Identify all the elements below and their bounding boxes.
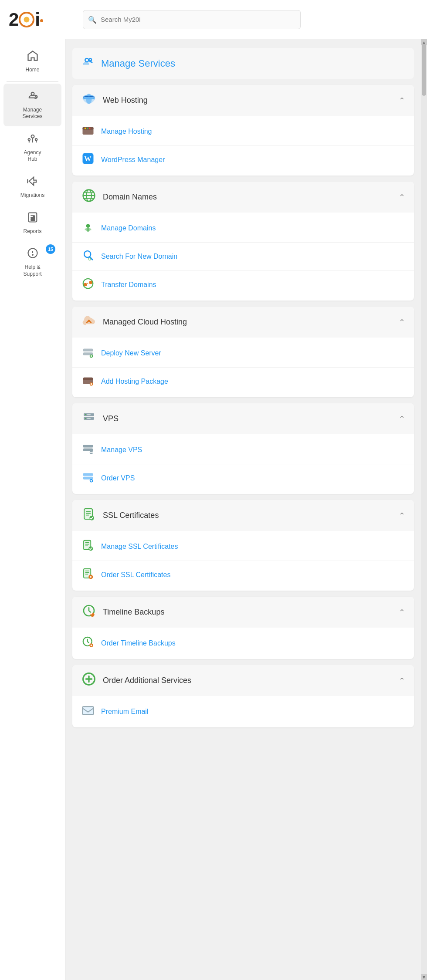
chevron-managed-cloud: ⌃ (399, 318, 405, 327)
sidebar-item-agency-hub-label: AgencyHub (24, 149, 41, 163)
wordpress-icon: W (81, 152, 95, 168)
reports-icon (27, 211, 39, 226)
svg-text:W: W (84, 155, 91, 163)
item-manage-vps-label: Manage VPS (101, 446, 142, 454)
topbar: 2 i 🔍 (0, 0, 427, 39)
item-manage-hosting[interactable]: Manage Hosting (72, 118, 414, 146)
item-manage-vps[interactable]: Manage VPS (72, 436, 414, 464)
search-input[interactable] (83, 10, 301, 29)
svg-rect-51 (87, 414, 91, 416)
svg-rect-58 (83, 476, 93, 479)
manage-domains-icon (81, 220, 95, 236)
section-header-managed-cloud[interactable]: Managed Cloud Hosting ⌃ (72, 307, 414, 338)
help-support-icon (27, 247, 39, 262)
svg-point-20 (85, 128, 86, 129)
sidebar-item-manage-services[interactable]: ManageServices (3, 84, 61, 126)
scroll-arrow-down[interactable]: ▼ (421, 974, 427, 980)
section-header-domain-names[interactable]: Domain Names ⌃ (72, 182, 414, 213)
sidebar-item-agency-hub[interactable]: AgencyHub (0, 126, 65, 169)
section-managed-cloud: Managed Cloud Hosting ⌃ Dep (72, 307, 414, 397)
svg-point-29 (84, 251, 91, 257)
item-manage-ssl[interactable]: Manage SSL Certificates (72, 533, 414, 561)
item-order-timeline[interactable]: Order Timeline Backups (72, 629, 414, 657)
item-transfer-domains-label: Transfer Domains (101, 281, 156, 289)
section-domain-names: Domain Names ⌃ Manage Domains (72, 182, 414, 301)
section-items-managed-cloud: Deploy New Server Add Hosting Package (72, 338, 414, 397)
manage-ssl-icon (81, 539, 95, 554)
svg-point-36 (89, 281, 93, 284)
item-add-hosting-package[interactable]: Add Hosting Package (72, 368, 414, 395)
sidebar-item-reports[interactable]: Reports (0, 205, 65, 241)
section-web-hosting: Web Hosting ⌃ Manage Hostin (72, 85, 414, 176)
svg-rect-11 (33, 216, 35, 220)
section-header-additional[interactable]: Order Additional Services ⌃ (72, 665, 414, 696)
section-header-vps[interactable]: VPS ⌃ (72, 403, 414, 434)
sidebar-item-migrations[interactable]: Migrations (0, 169, 65, 205)
sidebar-item-reports-label: Reports (23, 228, 41, 235)
section-title-web-hosting: Web Hosting (103, 96, 148, 105)
sidebar-item-home[interactable]: Home (0, 44, 65, 80)
migrations-icon (27, 175, 39, 190)
timeline-icon (81, 604, 97, 621)
svg-marker-4 (29, 177, 36, 186)
item-manage-ssl-label: Manage SSL Certificates (101, 543, 178, 551)
section-header-web-hosting[interactable]: Web Hosting ⌃ (72, 85, 414, 116)
item-wordpress-manager[interactable]: W WordPress Manager (72, 146, 414, 174)
section-items-timeline: Order Timeline Backups (72, 628, 414, 659)
scrollbar-thumb[interactable] (422, 44, 426, 96)
item-order-vps-label: Order VPS (101, 474, 135, 482)
section-header-ssl[interactable]: SSL Certificates ⌃ (72, 500, 414, 531)
sidebar-item-help-support[interactable]: 15 Help &Support (0, 241, 65, 284)
chevron-timeline: ⌃ (399, 608, 405, 617)
manage-vps-icon (81, 442, 95, 458)
section-vps: VPS ⌃ Manage VPS (72, 403, 414, 494)
section-header-timeline[interactable]: Timeline Backups ⌃ (72, 597, 414, 628)
svg-point-17 (83, 95, 95, 100)
manage-services-icon (27, 90, 39, 105)
section-title-domain-names: Domain Names (103, 193, 157, 202)
section-additional-services: Order Additional Services ⌃ Premium Emai… (72, 665, 414, 727)
managed-cloud-icon (81, 314, 97, 331)
item-order-vps[interactable]: Order VPS (72, 464, 414, 492)
sidebar-item-migrations-label: Migrations (20, 192, 44, 199)
order-timeline-icon (81, 635, 95, 651)
section-items-vps: Manage VPS Order VPS (72, 434, 414, 494)
section-items-additional: Premium Email (72, 696, 414, 727)
svg-point-0 (31, 92, 34, 95)
section-title-managed-cloud: Managed Cloud Hosting (103, 318, 187, 327)
item-order-timeline-label: Order Timeline Backups (101, 639, 176, 647)
svg-rect-52 (87, 418, 91, 419)
search-container: 🔍 (83, 10, 301, 29)
transfer-domains-icon (81, 277, 95, 293)
home-icon (27, 50, 39, 65)
add-hosting-package-icon (81, 374, 95, 389)
item-manage-domains[interactable]: Manage Domains (72, 214, 414, 243)
web-hosting-icon (81, 92, 97, 109)
item-premium-email[interactable]: Premium Email (72, 698, 414, 726)
item-order-ssl-label: Order SSL Certificates (101, 571, 170, 579)
item-deploy-server-label: Deploy New Server (101, 349, 161, 357)
chevron-domain-names: ⌃ (399, 193, 405, 202)
section-title-timeline: Timeline Backups (103, 608, 164, 617)
item-manage-domains-label: Manage Domains (101, 224, 156, 232)
search-domain-icon (81, 249, 95, 264)
item-order-ssl[interactable]: Order SSL Certificates (72, 561, 414, 589)
svg-point-15 (85, 58, 88, 62)
svg-point-1 (31, 135, 34, 138)
premium-email-icon (81, 704, 95, 720)
sidebar: Home ManageServices (0, 39, 65, 980)
item-deploy-server[interactable]: Deploy New Server (72, 339, 414, 368)
svg-rect-57 (83, 473, 93, 476)
item-transfer-domains[interactable]: Transfer Domains (72, 271, 414, 299)
svg-point-35 (84, 283, 87, 287)
ssl-icon (81, 507, 97, 524)
svg-rect-79 (83, 706, 94, 715)
item-search-domain[interactable]: Search For New Domain (72, 243, 414, 271)
logo: 2 i (9, 10, 74, 29)
svg-rect-37 (83, 349, 93, 351)
chevron-ssl: ⌃ (399, 511, 405, 520)
item-premium-email-label: Premium Email (101, 708, 148, 716)
content-area: Manage Services Web Hosting (65, 39, 421, 980)
sidebar-divider-1 (7, 81, 58, 82)
agency-hub-icon (27, 132, 39, 148)
